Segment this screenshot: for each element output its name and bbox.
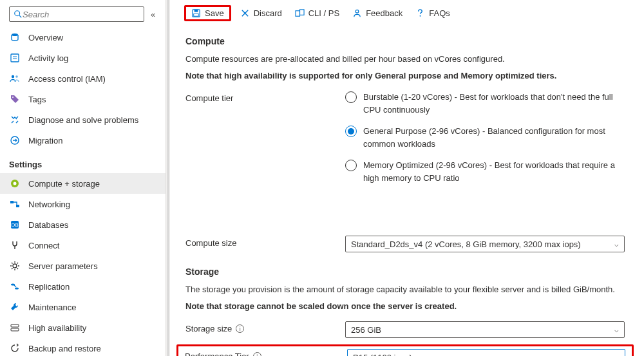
svg-rect-22: [194, 10, 198, 12]
storage-size-label: Storage size i: [185, 321, 345, 333]
sidebar-item-label: High availability: [28, 323, 86, 333]
sidebar-item-label: Migration: [28, 136, 62, 145]
svg-point-0: [15, 11, 20, 16]
sidebar-item-label: Backup and restore: [28, 344, 101, 353]
sidebar-item-activity-log[interactable]: Activity log: [0, 48, 166, 68]
discard-button[interactable]: Discard: [235, 6, 287, 21]
cli-icon: [295, 8, 305, 18]
sidebar-item-label: Server parameters: [28, 261, 98, 271]
storage-size-dropdown[interactable]: 256 GiB ⌵: [345, 321, 625, 338]
split-handle[interactable]: [166, 0, 170, 356]
svg-text:DB: DB: [11, 222, 18, 228]
radio-icon: [345, 126, 357, 137]
svg-point-6: [12, 75, 14, 78]
svg-rect-23: [194, 14, 199, 16]
chevron-down-icon: ⌵: [614, 240, 619, 248]
main-content: Compute Compute resources are pre-alloca…: [166, 27, 644, 356]
sidebar-item-label: Overview: [28, 33, 63, 42]
compute-title: Compute: [185, 36, 625, 46]
faqs-button[interactable]: FAQs: [410, 6, 455, 21]
save-button[interactable]: Save: [184, 5, 231, 21]
sidebar-item-diagnose[interactable]: Diagnose and solve problems: [0, 109, 166, 130]
compute-tier-radio-group: Burstable (1-20 vCores) - Best for workl…: [345, 91, 625, 184]
sidebar-item-label: Networking: [28, 200, 70, 209]
sidebar-item-server-parameters[interactable]: Server parameters: [0, 256, 166, 276]
svg-rect-20: [11, 328, 19, 331]
feedback-button[interactable]: Feedback: [347, 6, 408, 21]
svg-point-2: [12, 33, 18, 36]
svg-point-11: [14, 182, 17, 185]
svg-line-1: [19, 15, 22, 18]
svg-point-28: [355, 10, 359, 13]
connect-icon: [9, 239, 21, 251]
chevron-down-icon: ⌵: [614, 326, 619, 334]
sidebar-collapse-btn[interactable]: «: [151, 10, 155, 19]
search-icon: [14, 10, 23, 19]
replication-icon: [9, 281, 21, 292]
feedback-icon: [352, 8, 362, 18]
compute-desc: Compute resources are pre-allocated and …: [185, 53, 625, 66]
sidebar-item-compute-storage[interactable]: Compute + storage: [0, 173, 166, 194]
compute-tier-general-purpose[interactable]: General Purpose (2-96 vCores) - Balanced…: [345, 125, 625, 150]
compute-tier-burstable[interactable]: Burstable (1-20 vCores) - Best for workl…: [345, 91, 625, 116]
sidebar-item-databases[interactable]: DB Databases: [0, 214, 166, 235]
compute-tier-memory-optimized[interactable]: Memory Optimized (2-96 vCores) - Best fo…: [345, 159, 625, 184]
sidebar-item-label: Connect: [28, 241, 59, 250]
sidebar-item-networking[interactable]: Networking: [0, 194, 166, 214]
svg-rect-27: [299, 10, 304, 15]
svg-point-16: [13, 264, 17, 268]
networking-icon: [9, 198, 21, 210]
high-availability-icon: [9, 322, 21, 333]
compute-size-label: Compute size: [185, 236, 345, 248]
sidebar-item-maintenance[interactable]: Maintenance: [0, 297, 166, 317]
sidebar-item-label: Compute + storage: [28, 179, 100, 189]
tags-icon: [9, 93, 21, 105]
sidebar-item-migration[interactable]: Migration: [0, 130, 166, 151]
compute-size-dropdown[interactable]: Standard_D2ds_v4 (2 vCores, 8 GiB memory…: [345, 236, 625, 252]
sidebar-item-overview[interactable]: Overview: [0, 27, 166, 48]
sidebar-item-access-control[interactable]: Access control (IAM): [0, 68, 166, 89]
sidebar-item-label: Tags: [28, 95, 46, 104]
toolbar: Save Discard CLI / PS Feedback FAQs: [166, 0, 644, 27]
storage-note: Note that storage cannot be scaled down …: [185, 300, 625, 313]
radio-icon: [345, 91, 357, 103]
overview-icon: [9, 32, 21, 43]
cli-ps-button[interactable]: CLI / PS: [290, 6, 345, 21]
svg-rect-26: [296, 11, 300, 16]
performance-tier-highlight: Performance Tier i P15 (1100 iops) ⌵: [176, 344, 634, 356]
diagnose-icon: [9, 114, 21, 126]
compute-tier-label: Compute tier: [185, 91, 345, 103]
sidebar-item-connect[interactable]: Connect: [0, 235, 166, 256]
storage-title: Storage: [185, 267, 625, 277]
info-icon[interactable]: i: [253, 352, 261, 356]
svg-point-29: [420, 15, 421, 17]
compute-storage-icon: [9, 178, 21, 189]
storage-desc: The storage you provision is the amount …: [185, 283, 625, 296]
sidebar-item-label: Maintenance: [28, 303, 76, 312]
sidebar-item-tags[interactable]: Tags: [0, 89, 166, 109]
migration-icon: [9, 135, 21, 146]
svg-rect-3: [11, 54, 19, 62]
search-box[interactable]: [9, 6, 144, 22]
search-input[interactable]: [23, 10, 140, 19]
server-parameters-icon: [9, 260, 21, 272]
svg-point-8: [12, 97, 14, 98]
svg-rect-12: [10, 201, 14, 203]
sidebar-item-high-availability[interactable]: High availability: [0, 317, 166, 338]
sidebar-item-replication[interactable]: Replication: [0, 276, 166, 297]
activity-log-icon: [9, 52, 21, 64]
performance-tier-dropdown[interactable]: P15 (1100 iops) ⌵: [347, 349, 625, 356]
radio-icon: [345, 160, 357, 171]
svg-rect-19: [11, 324, 19, 327]
help-icon: [415, 8, 425, 18]
svg-point-18: [15, 288, 19, 290]
sidebar-section-settings: Settings: [0, 151, 166, 173]
sidebar-item-backup-restore[interactable]: Backup and restore: [0, 338, 166, 356]
save-icon: [191, 8, 201, 18]
databases-icon: DB: [9, 219, 21, 230]
sidebar-item-label: Access control (IAM): [28, 74, 106, 84]
svg-point-7: [15, 75, 18, 78]
info-icon[interactable]: i: [236, 324, 244, 333]
access-control-icon: [9, 73, 21, 84]
sidebar-item-label: Replication: [28, 282, 70, 292]
